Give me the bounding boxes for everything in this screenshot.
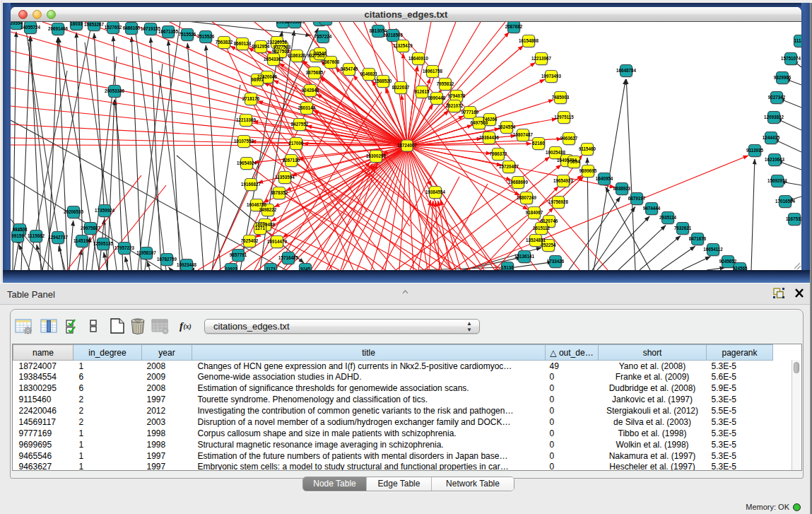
svg-text:9777169: 9777169 xyxy=(461,110,479,115)
svg-text:(x): (x) xyxy=(184,323,192,331)
svg-text:17957223: 17957223 xyxy=(114,245,135,250)
svg-text:2803144: 2803144 xyxy=(298,105,316,110)
svg-text:20364436: 20364436 xyxy=(479,135,500,140)
svg-text:10107553: 10107553 xyxy=(234,139,254,144)
svg-text:9474444: 9474444 xyxy=(643,206,661,211)
svg-text:9242848: 9242848 xyxy=(302,88,319,93)
svg-text:16914479: 16914479 xyxy=(267,239,288,244)
svg-text:16210643: 16210643 xyxy=(765,157,785,162)
svg-text:1115682: 1115682 xyxy=(28,233,45,238)
svg-text:20691406: 20691406 xyxy=(48,26,69,31)
svg-text:9146821: 9146821 xyxy=(360,71,378,76)
svg-text:7515526: 7515526 xyxy=(197,34,215,39)
svg-text:75694: 75694 xyxy=(567,159,580,164)
svg-text:1527602: 1527602 xyxy=(105,25,122,30)
svg-text:19218506: 19218506 xyxy=(383,33,404,37)
svg-text:2718176: 2718176 xyxy=(242,96,260,101)
svg-text:9227342: 9227342 xyxy=(768,95,786,100)
svg-text:19654923: 19654923 xyxy=(553,178,574,183)
svg-text:19654924: 19654924 xyxy=(237,160,257,165)
svg-text:16033809: 16033809 xyxy=(285,22,305,24)
svg-text:16961758: 16961758 xyxy=(423,69,443,74)
svg-text:9115460: 9115460 xyxy=(579,146,596,151)
svg-text:9245: 9245 xyxy=(300,267,311,270)
svg-text:18300295: 18300295 xyxy=(366,153,387,158)
svg-text:1588520: 1588520 xyxy=(375,78,392,83)
svg-text:9184067: 9184067 xyxy=(526,210,543,215)
svg-text:12213369: 12213369 xyxy=(236,117,257,122)
svg-text:217006: 217006 xyxy=(288,141,304,146)
svg-text:15136141: 15136141 xyxy=(514,254,535,259)
svg-text:1167533: 1167533 xyxy=(786,216,801,221)
svg-text:3875685: 3875685 xyxy=(306,70,324,75)
svg-text:7632621: 7632621 xyxy=(674,226,692,230)
svg-text:9113935: 9113935 xyxy=(746,148,764,153)
svg-text:15692971: 15692971 xyxy=(767,178,788,183)
svg-text:1145194: 1145194 xyxy=(73,238,91,243)
svg-text:2935114: 2935114 xyxy=(659,215,677,220)
svg-text:12213967: 12213967 xyxy=(531,56,552,61)
svg-text:8267130: 8267130 xyxy=(283,158,300,163)
svg-text:20546: 20546 xyxy=(314,51,326,56)
svg-text:912615: 912615 xyxy=(414,89,430,94)
svg-text:6466160: 6466160 xyxy=(123,25,141,30)
svg-text:1640954: 1640954 xyxy=(596,176,613,181)
svg-text:9463627: 9463627 xyxy=(560,136,578,141)
svg-text:7625402: 7625402 xyxy=(241,238,259,243)
svg-text:10923448: 10923448 xyxy=(177,262,197,267)
svg-text:19384554: 19384554 xyxy=(425,189,446,194)
svg-text:10654112: 10654112 xyxy=(703,247,723,252)
svg-text:8427552: 8427552 xyxy=(291,122,309,127)
svg-text:16046786: 16046786 xyxy=(247,202,267,207)
svg-text:14055724: 14055724 xyxy=(20,25,41,30)
svg-text:6879197: 6879197 xyxy=(628,196,646,201)
svg-text:16671355: 16671355 xyxy=(158,29,179,34)
svg-text:7986372: 7986372 xyxy=(490,151,507,156)
svg-text:3498222: 3498222 xyxy=(259,207,277,212)
svg-text:19756928: 19756928 xyxy=(548,199,569,204)
svg-text:10853267: 10853267 xyxy=(84,22,105,27)
svg-text:10807487: 10807487 xyxy=(513,132,534,137)
svg-text:11124: 11124 xyxy=(794,38,801,43)
svg-text:17016504: 17016504 xyxy=(775,199,796,204)
svg-text:12093832: 12093832 xyxy=(764,115,784,119)
svg-text:7955812: 7955812 xyxy=(437,81,454,86)
svg-text:16543362: 16543362 xyxy=(264,57,284,62)
svg-text:9794078: 9794078 xyxy=(448,93,466,98)
svg-text:16033: 16033 xyxy=(70,22,83,26)
svg-text:1173: 1173 xyxy=(266,267,276,270)
svg-text:18807249: 18807249 xyxy=(517,195,537,200)
svg-text:16154808: 16154808 xyxy=(519,38,539,43)
svg-text:11958107: 11958107 xyxy=(136,250,156,255)
svg-text:19166827: 19166827 xyxy=(241,182,261,187)
svg-text:12975115: 12975115 xyxy=(554,115,574,119)
svg-text:7485003: 7485003 xyxy=(552,95,570,100)
svg-text:13524851: 13524851 xyxy=(526,238,546,243)
svg-text:10025438: 10025438 xyxy=(546,150,566,155)
svg-text:16782759: 16782759 xyxy=(157,257,177,262)
svg-text:8990448: 8990448 xyxy=(428,95,446,100)
svg-text:99159: 99159 xyxy=(11,233,24,238)
svg-text:252254: 252254 xyxy=(541,243,556,247)
svg-text:9899695: 9899695 xyxy=(579,168,597,173)
svg-text:1244415: 1244415 xyxy=(763,135,780,140)
svg-text:7357224: 7357224 xyxy=(314,34,332,39)
svg-text:10923: 10923 xyxy=(225,267,237,270)
svg-text:98901: 98901 xyxy=(251,77,264,82)
svg-text:1733426: 1733426 xyxy=(547,259,565,264)
svg-text:993508: 993508 xyxy=(12,227,28,232)
svg-text:1271: 1271 xyxy=(255,226,266,230)
svg-text:8454749: 8454749 xyxy=(341,66,358,71)
svg-text:17359924: 17359924 xyxy=(95,208,115,213)
svg-text:18640910: 18640910 xyxy=(408,56,429,61)
svg-text:8878352: 8878352 xyxy=(271,190,288,195)
svg-text:7563822: 7563822 xyxy=(216,40,233,45)
svg-text:2367608: 2367608 xyxy=(322,59,340,64)
svg-text:746266: 746266 xyxy=(482,117,498,122)
svg-text:8660124: 8660124 xyxy=(234,41,252,46)
svg-text:9329966: 9329966 xyxy=(774,75,792,80)
svg-text:9827503: 9827503 xyxy=(272,49,290,54)
svg-text:1615112: 1615112 xyxy=(533,226,551,230)
svg-text:10973493: 10973493 xyxy=(541,74,562,78)
svg-text:1621072: 1621072 xyxy=(446,103,464,108)
